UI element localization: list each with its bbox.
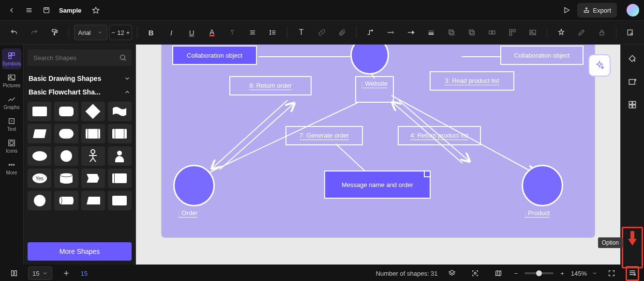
- line-spacing-button[interactable]: [264, 25, 282, 40]
- attachment-button[interactable]: [333, 25, 351, 40]
- shape-flag[interactable]: [81, 169, 105, 188]
- node-collab-right[interactable]: Collaboration object: [500, 46, 584, 65]
- underline-button[interactable]: U: [182, 25, 201, 40]
- line-weight-button[interactable]: [422, 25, 440, 40]
- bold-button[interactable]: B: [142, 25, 160, 40]
- distribute-button[interactable]: [503, 25, 522, 40]
- page-select[interactable]: 15: [28, 266, 52, 280]
- map-icon[interactable]: [489, 266, 508, 281]
- font-color-button[interactable]: A: [203, 25, 221, 40]
- chevron-down-icon[interactable]: [592, 270, 598, 276]
- shape-database[interactable]: [54, 169, 78, 188]
- play-button[interactable]: [560, 3, 573, 17]
- focus-icon[interactable]: [466, 266, 484, 281]
- shape-circle2[interactable]: [28, 191, 51, 210]
- node-website-circle[interactable]: [350, 45, 389, 75]
- redo-button[interactable]: [25, 25, 44, 40]
- category-basic-drawing[interactable]: Basic Drawing Shapes: [28, 72, 132, 85]
- shape-actor[interactable]: [81, 146, 105, 166]
- shape-circle[interactable]: [54, 146, 78, 166]
- page-setup-button[interactable]: [621, 25, 639, 40]
- edit-button[interactable]: [572, 25, 591, 40]
- shape-diamond[interactable]: [81, 102, 105, 121]
- save-icon[interactable]: [40, 3, 53, 17]
- shape-manual-op[interactable]: [81, 191, 105, 210]
- category-basic-flowchart[interactable]: Basic Flowchart Sha...: [28, 85, 132, 99]
- link-button[interactable]: [313, 25, 331, 40]
- shape-rounded-rect[interactable]: [54, 102, 78, 121]
- italic-button[interactable]: I: [162, 25, 180, 40]
- shape-rectangle[interactable]: [28, 102, 51, 121]
- effects-button[interactable]: [552, 25, 570, 40]
- image-button[interactable]: [524, 25, 542, 40]
- lock-button[interactable]: [593, 25, 611, 40]
- shape-card[interactable]: [108, 169, 132, 188]
- font-size-stepper[interactable]: − 12 +: [109, 25, 132, 40]
- decrease-size-button[interactable]: −: [110, 25, 117, 40]
- rail-icons[interactable]: Icons: [2, 136, 21, 156]
- rail-symbols[interactable]: Symbols: [2, 48, 21, 69]
- node-collab-left[interactable]: Collaboration object: [172, 46, 257, 65]
- font-size-value[interactable]: 12: [117, 25, 125, 40]
- search-input[interactable]: [32, 54, 116, 62]
- svg-point-59: [71, 197, 74, 204]
- canvas-wrap[interactable]: Collaboration object Collaboration objec…: [136, 45, 620, 265]
- shape-pill[interactable]: [54, 124, 78, 143]
- shape-person[interactable]: [108, 146, 132, 166]
- shape-ellipse[interactable]: [28, 146, 51, 166]
- fill-tool-icon[interactable]: [628, 54, 637, 65]
- connector-button[interactable]: [361, 25, 379, 40]
- format-painter-button[interactable]: [45, 25, 64, 40]
- back-button[interactable]: [5, 3, 18, 17]
- ai-assist-button[interactable]: [588, 54, 611, 77]
- shape-wave[interactable]: [108, 102, 132, 121]
- svg-point-49: [91, 150, 95, 154]
- page-layout-icon[interactable]: [5, 266, 23, 281]
- shape-internal-storage[interactable]: [108, 124, 132, 143]
- node-return-order[interactable]: 8: Return order: [229, 76, 312, 95]
- rail-label: More: [6, 170, 17, 175]
- export-image-icon[interactable]: [628, 77, 637, 88]
- bring-front-button[interactable]: [463, 25, 481, 40]
- svg-marker-60: [87, 197, 100, 204]
- user-avatar[interactable]: [627, 4, 639, 16]
- rail-pictures[interactable]: Pictures: [2, 70, 21, 91]
- shape-cylinder-h[interactable]: [54, 191, 78, 210]
- node-generate-order[interactable]: 7: Generate order: [285, 126, 363, 145]
- node-return-product[interactable]: 4: Return product list: [398, 126, 481, 145]
- node-order-circle[interactable]: [173, 165, 215, 206]
- align-button[interactable]: [243, 25, 262, 40]
- node-product-circle[interactable]: [522, 165, 563, 206]
- node-read-product[interactable]: 3: Read product list: [430, 71, 514, 91]
- layers-icon[interactable]: [443, 266, 461, 281]
- zoom-slider[interactable]: [524, 272, 554, 274]
- arrow-style-button[interactable]: [402, 25, 420, 40]
- undo-button[interactable]: [5, 25, 23, 40]
- favorite-icon[interactable]: [89, 3, 103, 17]
- text-tool-button[interactable]: T: [292, 25, 311, 40]
- search-shapes[interactable]: [28, 49, 132, 66]
- diagram-canvas[interactable]: Collaboration object Collaboration objec…: [161, 45, 595, 238]
- menu-button[interactable]: [22, 3, 36, 17]
- group-button[interactable]: [483, 25, 501, 40]
- font-select[interactable]: Arial: [74, 25, 108, 40]
- more-shapes-button[interactable]: More Shapes: [28, 242, 132, 261]
- add-page-button[interactable]: [57, 266, 75, 281]
- rail-graphs[interactable]: Graphs: [2, 92, 21, 113]
- line-style-button[interactable]: [381, 25, 400, 40]
- rail-more[interactable]: More: [2, 157, 21, 178]
- fullscreen-button[interactable]: [602, 266, 621, 281]
- page-label[interactable]: 15: [80, 270, 87, 277]
- grid-icon[interactable]: [628, 100, 637, 111]
- node-website-box[interactable]: : Website: [355, 76, 394, 103]
- send-back-button[interactable]: [442, 25, 461, 40]
- shape-decision-yes[interactable]: Yes: [28, 169, 51, 188]
- increase-size-button[interactable]: +: [125, 25, 132, 40]
- shape-parallelogram[interactable]: [28, 124, 51, 143]
- shape-predefined[interactable]: [81, 124, 105, 143]
- rail-text[interactable]: T Text: [2, 114, 21, 135]
- clear-format-button[interactable]: [223, 25, 241, 40]
- shape-rect2[interactable]: [108, 191, 132, 210]
- node-message[interactable]: Message name and order: [324, 171, 431, 199]
- export-button[interactable]: Export: [577, 3, 617, 17]
